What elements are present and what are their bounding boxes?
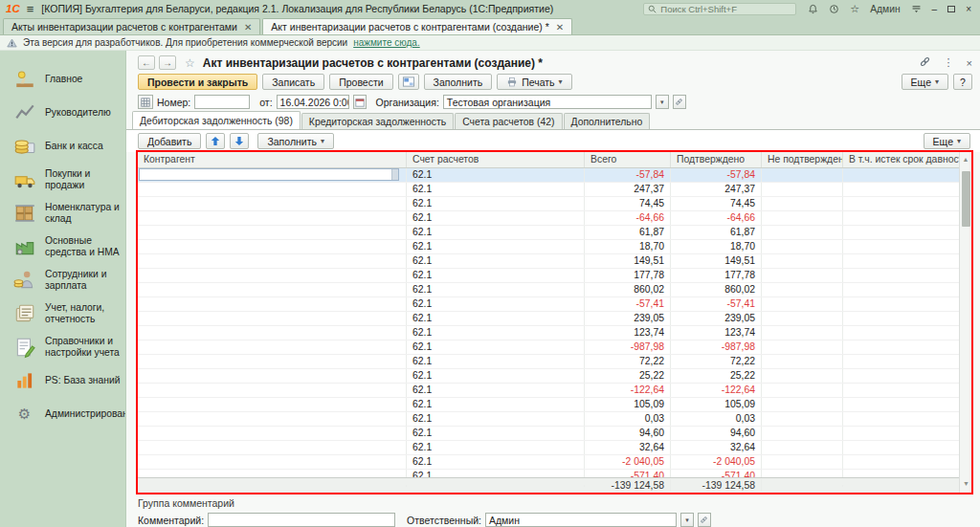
column-header-c-p[interactable]: Подтверждено [671, 152, 762, 167]
column-header-c-k[interactable]: Контрагент [138, 152, 407, 167]
cell-istek-srok[interactable] [843, 441, 959, 454]
date-input[interactable]: 16.04.2026 0:00:00 [277, 95, 349, 109]
cell-istek-srok[interactable] [843, 297, 959, 311]
cell-podtverzhdeno[interactable]: -987,98 [671, 340, 762, 354]
table-row[interactable]: 62.161,8761,87 [138, 226, 959, 240]
table-row[interactable]: 62.118,7018,70 [138, 240, 959, 254]
cell-podtverzhdeno[interactable]: -57,41 [671, 297, 762, 311]
cell-istek-srok[interactable] [843, 412, 959, 426]
cell-kontragent[interactable] [138, 297, 407, 311]
cell-ne-podtverzhdeno[interactable] [762, 254, 843, 268]
sidebar-item-osnovnye-sredstva[interactable]: Основные средства и НМА [0, 230, 125, 263]
cell-kontragent[interactable] [138, 240, 407, 253]
get-link-icon[interactable] [919, 55, 931, 70]
cell-podtverzhdeno[interactable]: 247,37 [671, 183, 762, 196]
cell-istek-srok[interactable] [843, 240, 959, 253]
cell-ne-podtverzhdeno[interactable] [762, 340, 843, 354]
cell-kontragent[interactable] [138, 355, 407, 368]
grid-settings-icon[interactable] [138, 95, 153, 109]
cell-ne-podtverzhdeno[interactable] [762, 297, 843, 311]
cell-schet[interactable]: 62.1 [407, 340, 585, 354]
cell-istek-srok[interactable] [843, 226, 959, 239]
cell-istek-srok[interactable] [843, 470, 959, 477]
cell-podtverzhdeno[interactable]: 74,45 [671, 197, 762, 210]
notifications-bell-icon[interactable] [808, 4, 818, 14]
cell-vsego[interactable]: -122,64 [585, 384, 671, 397]
cell-ne-podtverzhdeno[interactable] [762, 183, 843, 196]
cell-schet[interactable]: 62.1 [407, 427, 585, 440]
cell-kontragent[interactable] [138, 226, 407, 239]
cell-kontragent[interactable] [138, 398, 407, 411]
global-search-input[interactable]: Поиск Ctrl+Shift+F [643, 3, 796, 15]
scrollbar-thumb[interactable] [962, 171, 970, 227]
cell-podtverzhdeno[interactable]: 0,03 [671, 412, 762, 426]
sidebar-item-sotrudniki-i-zarplata[interactable]: Сотрудники и зарплата [0, 263, 125, 296]
cell-schet[interactable]: 62.1 [407, 254, 585, 268]
current-user-label[interactable]: Админ [870, 4, 900, 14]
cell-vsego[interactable]: -987,98 [585, 340, 671, 354]
hamburger-menu-icon[interactable]: ≡ [25, 2, 42, 16]
cell-ne-podtverzhdeno[interactable] [762, 312, 843, 325]
table-row[interactable]: 62.1177,78177,78 [138, 269, 959, 283]
table-row[interactable]: 62.1-57,84-57,84 [138, 168, 959, 183]
history-clock-icon[interactable] [829, 4, 839, 14]
cell-schet[interactable]: 62.1 [407, 297, 585, 311]
cell-schet[interactable]: 62.1 [407, 412, 585, 426]
cell-vsego[interactable]: 239,05 [585, 312, 671, 325]
cell-vsego[interactable]: 105,09 [585, 398, 671, 411]
table-row[interactable]: 62.1-2 040,05-2 040,05 [138, 455, 959, 470]
calendar-icon[interactable] [353, 95, 367, 109]
cell-podtverzhdeno[interactable]: 18,70 [671, 240, 762, 253]
cell-istek-srok[interactable] [843, 427, 959, 440]
cell-schet[interactable]: 62.1 [407, 326, 585, 340]
minimize-button[interactable]: – [932, 4, 938, 14]
cell-vsego[interactable]: 0,03 [585, 412, 671, 426]
cell-vsego[interactable]: -64,66 [585, 211, 671, 225]
cell-vsego[interactable]: -571,40 [585, 470, 671, 477]
cell-istek-srok[interactable] [843, 283, 959, 296]
sidebar-item-spravochniki[interactable]: Справочники и настройки учета [0, 330, 125, 363]
cell-istek-srok[interactable] [843, 211, 959, 225]
cell-podtverzhdeno[interactable]: 177,78 [671, 269, 762, 282]
sidebar-item-bank-i-kassa[interactable]: Банк и касса [0, 129, 125, 163]
table-scrollbar[interactable]: ▲ ▼ [959, 152, 971, 493]
cell-ne-podtverzhdeno[interactable] [762, 240, 843, 253]
cell-schet[interactable]: 62.1 [407, 312, 585, 325]
cell-vsego[interactable]: -57,84 [585, 168, 671, 182]
close-form-icon[interactable]: × [967, 57, 972, 69]
tab-debitorskaya[interactable]: Дебиторская задолженность (98) [132, 111, 301, 129]
number-input[interactable] [194, 95, 250, 109]
cell-istek-srok[interactable] [843, 183, 959, 196]
tab-dopolnitelno[interactable]: Дополнительно [564, 113, 651, 129]
cell-istek-srok[interactable] [843, 384, 959, 397]
cell-podtverzhdeno[interactable]: 239,05 [671, 312, 762, 325]
cell-istek-srok[interactable] [843, 369, 959, 383]
organization-dropdown-icon[interactable]: ▾ [656, 95, 669, 109]
save-button[interactable]: Записать [262, 74, 324, 90]
cell-istek-srok[interactable] [843, 168, 959, 182]
column-header-c-i[interactable]: В т.ч. истек срок давности [843, 152, 959, 167]
back-arrow-button[interactable]: ← [138, 55, 155, 70]
sidebar-item-glavnoe[interactable]: Главное [0, 62, 125, 96]
responsible-dropdown-icon[interactable]: ▾ [680, 513, 694, 527]
cell-ne-podtverzhdeno[interactable] [762, 211, 843, 225]
cell-podtverzhdeno[interactable]: 25,22 [671, 369, 762, 383]
organization-input[interactable]: Тестовая организация [443, 95, 652, 109]
table-row[interactable]: 62.1247,37247,37 [138, 183, 959, 197]
cell-podtverzhdeno[interactable]: -2 040,05 [671, 455, 762, 469]
cell-podtverzhdeno[interactable]: 32,64 [671, 441, 762, 454]
cell-ne-podtverzhdeno[interactable] [762, 269, 843, 282]
scroll-down-icon[interactable]: ▼ [960, 476, 972, 491]
fill-button[interactable]: Заполнить [424, 74, 493, 90]
cell-podtverzhdeno[interactable]: 94,60 [671, 427, 762, 440]
cell-ne-podtverzhdeno[interactable] [762, 455, 843, 469]
table-row[interactable]: 62.1-57,41-57,41 [138, 297, 959, 312]
cell-kontragent[interactable] [138, 168, 407, 182]
tab-close-icon[interactable]: ✕ [556, 22, 564, 33]
cell-schet[interactable]: 62.1 [407, 269, 585, 282]
show-postings-button[interactable] [398, 74, 419, 90]
cell-schet[interactable]: 62.1 [407, 211, 585, 225]
window-tab-list[interactable]: Акты инвентаризации расчетов с контраген… [3, 18, 260, 34]
help-button[interactable]: ? [953, 74, 972, 90]
table-row[interactable]: 62.1239,05239,05 [138, 312, 959, 326]
